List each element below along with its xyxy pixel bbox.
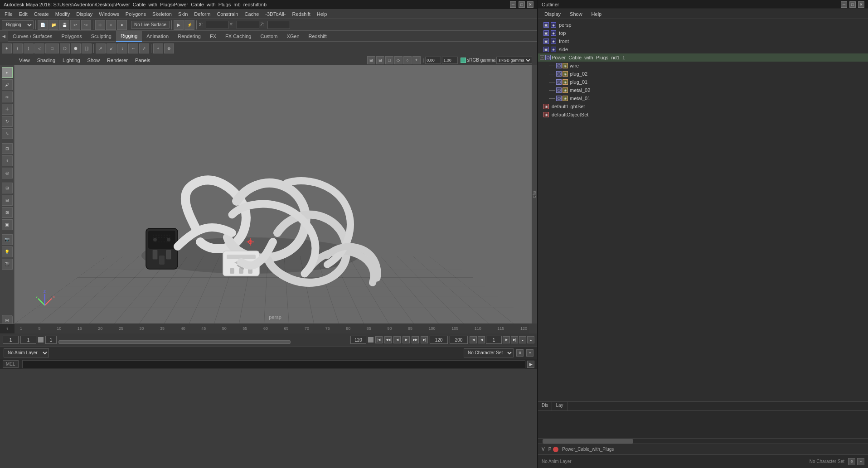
scale-btn[interactable]: ⤡ [2, 128, 13, 139]
view-menu-view[interactable]: View [16, 57, 33, 64]
outliner-item-plug01[interactable]: ⬡ ◈ plug_01 [538, 78, 868, 86]
shelf-btn-12[interactable]: ↔ [128, 43, 138, 53]
outliner-item-metal01[interactable]: ⬡ ◈ metal_01 [538, 94, 868, 102]
menu-windows[interactable]: Windows [96, 10, 122, 18]
menu-edit[interactable]: Edit [16, 10, 30, 18]
tab-xgen[interactable]: XGen [282, 31, 304, 42]
anim-total-input[interactable] [450, 336, 468, 344]
scrollbar-thumb[interactable] [543, 439, 633, 444]
frame-nav-first[interactable]: |◀ [470, 336, 477, 343]
menu-redshift[interactable]: Redshift [290, 10, 313, 18]
tab-rigging[interactable]: Rigging [116, 31, 142, 42]
char-set-extra-btn[interactable]: ≡ [857, 458, 864, 465]
shelf-btn-15[interactable]: ⊕ [164, 43, 174, 53]
paint-btn[interactable]: 🖌 [2, 79, 13, 90]
vp-btn-5[interactable]: ○ [403, 56, 412, 64]
tab-animation[interactable]: Animation [142, 31, 173, 42]
y-input[interactable] [237, 21, 259, 29]
module-dropdown[interactable]: Rigging [2, 20, 34, 29]
shelf-btn-10[interactable]: ↙ [107, 43, 116, 53]
menu-cache[interactable]: Cache [242, 10, 262, 18]
lasso-btn-left[interactable]: ⤽ [2, 92, 13, 102]
menu-skin[interactable]: Skin [175, 10, 190, 18]
shelf-btn-3[interactable]: ⟩ [24, 43, 34, 53]
shelf-btn-9[interactable]: ↗ [96, 43, 106, 53]
menu-polygons[interactable]: Polygons [123, 10, 149, 18]
mel-label[interactable]: MEL [3, 360, 19, 368]
shelf-btn-8[interactable]: ⟦⟧ [82, 43, 92, 53]
frame-nav-last[interactable]: ▶| [511, 336, 518, 343]
near-clip-input[interactable] [425, 57, 441, 64]
view-menu-show[interactable]: Show [85, 57, 103, 64]
vp-btn-1[interactable]: ⊞ [367, 56, 375, 64]
tab-fx[interactable]: FX [205, 31, 221, 42]
range-start-input[interactable] [20, 336, 36, 344]
anim-end-input[interactable] [430, 336, 448, 344]
tab-curves-surfaces[interactable]: Curves / Surfaces [8, 31, 57, 42]
outliner-item-side[interactable]: ▣ ◈ side [538, 45, 868, 53]
render-view-btn[interactable]: 🎬 [2, 259, 13, 270]
vp-btn-2[interactable]: ⊟ [376, 56, 384, 64]
light-btn[interactable]: 💡 [2, 246, 13, 257]
shelf-btn-1[interactable]: ✦ [2, 43, 12, 53]
frame-nav-prev[interactable]: ◀ [478, 336, 485, 343]
gamma-dropdown[interactable]: sRGB gamma [496, 57, 532, 64]
outliner-item-metal02[interactable]: ⬡ ◈ metal_02 [538, 86, 868, 94]
tab-sculpting[interactable]: Sculpting [87, 31, 116, 42]
timeline-ruler[interactable]: 1 5 10 15 20 25 30 35 40 45 50 55 60 65 … [15, 323, 529, 333]
menu-deform[interactable]: Deform [191, 10, 213, 18]
skip-first-btn[interactable]: |◀ [375, 336, 383, 343]
shelf-btn-6[interactable]: ⬡ [60, 43, 70, 53]
outliner-item-persp[interactable]: ▣ ◈ persp [538, 21, 868, 29]
lasso-btn[interactable]: ○ [106, 20, 116, 30]
far-clip-input[interactable] [442, 57, 458, 64]
x-input[interactable] [206, 21, 228, 29]
outliner-item-lightset[interactable]: ◉ defaultLightSet [538, 102, 868, 111]
menu-create[interactable]: Create [31, 10, 52, 18]
undo-btn[interactable]: ↩ [70, 20, 80, 30]
shelf-btn-4[interactable]: ◁ [34, 43, 44, 53]
skip-last-btn[interactable]: ▶| [421, 336, 428, 343]
info-btn[interactable]: ℹ [2, 155, 13, 166]
layout-btn-3[interactable]: ⊠ [2, 207, 13, 218]
quad-layout-btn[interactable]: ⊞ [2, 183, 13, 193]
outliner-item-wire[interactable]: ⬡ ◈ wire [538, 62, 868, 70]
view-menu-shading[interactable]: Shading [34, 57, 58, 64]
current-frame-input[interactable] [3, 336, 19, 344]
view-menu-renderer[interactable]: Renderer [104, 57, 131, 64]
attr-tab-dis[interactable]: Dis [538, 402, 552, 410]
z-input[interactable] [267, 21, 290, 29]
frame-number-display[interactable] [486, 336, 502, 344]
expand-group-btn[interactable]: − [540, 55, 544, 60]
tab-rendering[interactable]: Rendering [173, 31, 205, 42]
step-back-btn[interactable]: ◀◀ [384, 336, 392, 343]
frame-nav-record[interactable]: ● [527, 336, 534, 343]
mel-input[interactable] [22, 360, 525, 368]
timeline-range[interactable] [58, 340, 291, 344]
save-scene-btn[interactable]: 💾 [59, 20, 69, 30]
view-menu-panels[interactable]: Panels [132, 57, 153, 64]
menu-help[interactable]: Help [314, 10, 330, 18]
outliner-content[interactable]: ▣ ◈ persp ▣ ◈ top ▣ ◈ front ▣ ◈ side − [538, 19, 868, 401]
outliner-menu-show[interactable]: Show [566, 10, 586, 18]
menu-modify[interactable]: Modify [53, 10, 73, 18]
select-tool-btn[interactable]: ⊹ [95, 20, 105, 30]
outliner-item-power-cable-group[interactable]: − ⬡ Power_Cable_with_Plugs_nd1_1 [538, 53, 868, 62]
anim-layer-dropdown[interactable]: No Anim Layer [4, 348, 49, 357]
viewport-3d[interactable]: persp X Y Z [15, 65, 536, 323]
outliner-item-plug02[interactable]: ⬡ ◈ plug_02 [538, 70, 868, 78]
frame-nav-next[interactable]: ▶ [503, 336, 510, 343]
menu-file[interactable]: File [2, 10, 15, 18]
menu-skeleton[interactable]: Skeleton [150, 10, 175, 18]
vp-btn-4[interactable]: ◇ [394, 56, 402, 64]
menu-3dtoall[interactable]: -3DToAll- [262, 10, 288, 18]
step-fwd-btn[interactable]: ▶▶ [412, 336, 419, 343]
maximize-button[interactable]: □ [519, 1, 525, 8]
range-label-input[interactable] [45, 336, 57, 344]
outliner-minimize[interactable]: ─ [841, 1, 847, 8]
rotate-btn[interactable]: ↻ [2, 116, 13, 127]
outliner-scrollbar[interactable] [538, 438, 868, 444]
select-btn[interactable]: ▸ [2, 67, 13, 78]
outliner-item-front[interactable]: ▣ ◈ front [538, 37, 868, 45]
camera-btn[interactable]: 📷 [2, 234, 13, 245]
